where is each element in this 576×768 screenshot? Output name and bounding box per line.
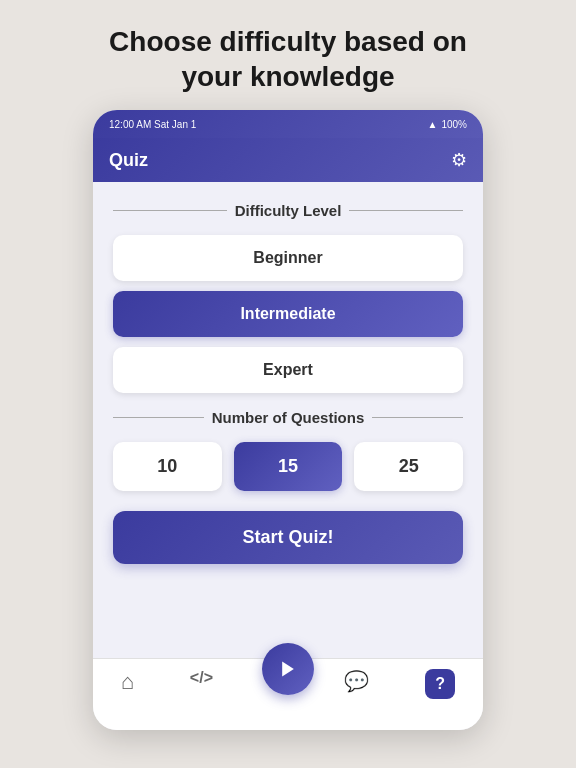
difficulty-section-header: Difficulty Level: [113, 202, 463, 219]
tab-bar: ⌂ </> 💬 ?: [93, 658, 483, 730]
nav-title: Quiz: [109, 150, 148, 171]
status-time: 12:00 AM Sat Jan 1: [109, 119, 196, 130]
gear-icon[interactable]: ⚙: [451, 149, 467, 171]
main-content: Difficulty Level Beginner Intermediate E…: [93, 182, 483, 658]
q10-button[interactable]: 10: [113, 442, 222, 491]
tab-help[interactable]: ?: [409, 669, 471, 699]
help-icon: ?: [435, 675, 445, 693]
battery-icon: 100%: [441, 119, 467, 130]
questions-buttons-group: 10 15 25: [113, 442, 463, 491]
beginner-button[interactable]: Beginner: [113, 235, 463, 281]
q15-button[interactable]: 15: [234, 442, 343, 491]
questions-label: Number of Questions: [212, 409, 365, 426]
difficulty-label: Difficulty Level: [235, 202, 342, 219]
divider-left: [113, 210, 227, 211]
code-icon: </>: [190, 669, 213, 687]
chat-icon: 💬: [344, 669, 369, 693]
intermediate-button[interactable]: Intermediate: [113, 291, 463, 337]
questions-section-header: Number of Questions: [113, 409, 463, 426]
help-icon-box: ?: [425, 669, 455, 699]
status-bar: 12:00 AM Sat Jan 1 ▲ 100%: [93, 110, 483, 138]
nav-bar: Quiz ⚙: [93, 138, 483, 182]
play-button[interactable]: [262, 643, 314, 695]
tab-code[interactable]: </>: [174, 669, 229, 687]
status-icons: ▲ 100%: [428, 119, 467, 130]
wifi-icon: ▲: [428, 119, 438, 130]
page-title: Choose difficulty based on your knowledg…: [109, 24, 467, 94]
play-icon: [278, 659, 298, 679]
svg-marker-0: [282, 662, 294, 677]
start-quiz-button[interactable]: Start Quiz!: [113, 511, 463, 564]
tab-home[interactable]: ⌂: [105, 669, 150, 695]
q25-button[interactable]: 25: [354, 442, 463, 491]
phone-frame: 12:00 AM Sat Jan 1 ▲ 100% Quiz ⚙ Difficu…: [93, 110, 483, 730]
divider-right: [349, 210, 463, 211]
divider-left-2: [113, 417, 204, 418]
divider-right-2: [372, 417, 463, 418]
difficulty-buttons-group: Beginner Intermediate Expert: [113, 235, 463, 393]
tab-chat[interactable]: 💬: [328, 669, 385, 693]
header-section: Choose difficulty based on your knowledg…: [69, 0, 507, 110]
home-icon: ⌂: [121, 669, 134, 695]
expert-button[interactable]: Expert: [113, 347, 463, 393]
